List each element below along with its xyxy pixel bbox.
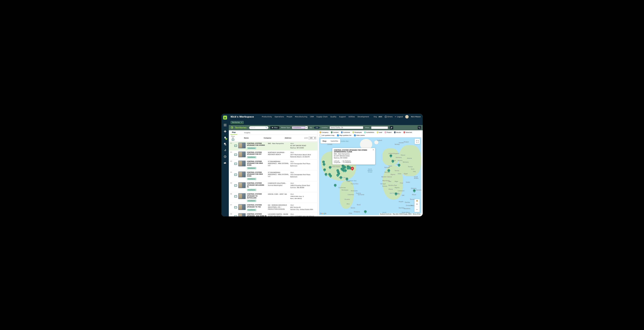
bell-icon[interactable]: 2 [224,136,227,139]
row-number: 63 [230,161,233,162]
row-company: ST ENGINEERING AEROSPACE - MRA SYSTEMS, … [268,161,289,167]
run-icon[interactable] [224,149,227,152]
row-check[interactable]: ✓ [234,163,237,165]
tab-insights[interactable]: Insights [242,131,252,135]
show-all-toggle[interactable]: Show all✓ [230,136,236,141]
chat-icon[interactable] [224,142,227,146]
installation-badge: Installation [247,178,256,180]
col-company[interactable]: Company [264,137,285,139]
table-row[interactable]: 61 ✓ CONTROL SYSTEM UPGRADE FOR HYDROIns… [229,142,318,151]
marker-type-select[interactable]: Installation▾ [292,126,308,129]
search-input[interactable]: Search🔍 [249,126,268,129]
rows-container[interactable]: 61 ✓ CONTROL SYSTEM UPGRADE FOR HYDROIns… [229,142,318,216]
installation-badge: Installation [247,189,256,191]
map-pin[interactable]: 93 [334,183,337,187]
row-check[interactable]: ✓ [234,154,237,156]
row-title: CONTROL SYSTEM UPGRADE FOR HYDRO [247,143,267,146]
table-row[interactable]: 64 ✓ CONTROL SYSTEM UPGRADE FOR MRO OVEN… [229,170,318,181]
opt-list-updates[interactable]: List updates map [320,135,334,136]
nav-supply-chain[interactable]: Supply Chain [316,116,328,118]
row-check[interactable]: ✓ [234,215,237,216]
zoom-out-button[interactable]: − [414,207,420,212]
nav-support[interactable]: Support [339,116,346,118]
row-check[interactable]: ✓ [234,184,237,187]
satellite-btn[interactable]: Satellite [328,139,340,143]
user-name: Nick Mason [411,116,421,118]
tab-territories[interactable]: Territories✕ [231,121,244,124]
table-row[interactable]: 68 ✓ CONTROL SYSTEM UPGRADE, AGE-OVEN IN… [229,212,318,216]
svg-point-24 [404,132,404,132]
map-pin[interactable]: 29 [412,189,416,192]
col-address[interactable]: Address [285,137,304,139]
nav-utilities[interactable]: Utilities [348,116,355,118]
opt-hide-labels[interactable]: Hide Labels [354,135,365,136]
nav-quality[interactable]: Quality [330,116,336,118]
gear-icon[interactable] [230,126,233,129]
info-window: ✕ CONTROL SYSTEM UPGRADE FOR HYDRO (HYDR… [332,148,375,165]
qty-value[interactable]: 100 [314,126,320,129]
add-icon[interactable] [224,130,227,133]
row-title: CONTROL SYSTEM UPGRADE FOR M7 [247,152,267,155]
map[interactable]: Map Satellite Canada Hudson Bay United S… [319,137,422,215]
nav-manufacturing[interactable]: Manufacturing [295,116,307,118]
marker-type-label: Marker Type [281,127,290,128]
row-thumbnail [238,172,246,177]
row-number: 62 [230,152,233,153]
svg-rect-8 [226,126,226,126]
row-check[interactable]: ✓ [234,206,237,208]
fullscreen-icon[interactable] [415,139,420,144]
installation-badge: Installation [247,209,256,211]
map-pin[interactable]: 33 [364,210,367,213]
apps-icon[interactable] [224,124,227,127]
opt-map-updates[interactable]: Map updates list [337,135,352,136]
nav-productivity[interactable]: Productivity [262,116,272,118]
row-company: KAI - KOREAN AEROSPACE INDUSTRIES, LTD. … [268,204,289,210]
table-row[interactable]: 62 ✓ CONTROL SYSTEM UPGRADE FOR M7Instal… [229,150,318,160]
settings-button[interactable] [418,126,421,129]
nav-development[interactable]: Development [358,116,369,118]
logout-link[interactable]: ←Logout [395,116,403,118]
row-check[interactable]: ✓ [234,195,237,197]
close-icon[interactable]: ✕ [241,122,242,123]
table-row[interactable]: 63 ✓ CONTROL SYSTEM UPGRADE FOR MRO OVEN… [229,160,318,170]
svg-rect-0 [224,124,224,124]
table-row[interactable]: 65 ✓ CONTROL SYSTEM UPGRADE INCLUDING PC… [229,181,318,192]
nav-operations[interactable]: Operations [274,116,284,118]
row-check[interactable]: ✓ [234,174,237,176]
row-address: Main103 Chesapeake Park Plaza.Baltimore [290,172,316,178]
cloud-upload-icon[interactable] [224,161,227,165]
limit-select[interactable]: 100 [309,137,316,139]
row-company: BAE - New Hampshire [268,143,289,145]
filter-button[interactable]: ▼Filter [270,126,279,129]
table-row[interactable]: 67 ✓ CONTROL SYSTEM UPGRADE TO TECInstal… [229,203,318,212]
clock-icon[interactable] [224,155,227,158]
svg-rect-3 [224,125,224,125]
avatar[interactable] [405,115,409,119]
map-btn[interactable]: Map [320,139,329,143]
installation-badge: Installation [247,167,256,169]
svg-point-21 [377,132,378,132]
views-select[interactable] [371,126,388,129]
location-input[interactable]: Santa Clarita, CA [330,126,363,129]
row-address: Main14810 Puyallup Street EastSumner, WA… [290,182,316,189]
row-number: 68 [230,213,233,215]
row-check[interactable]: ✓ [234,145,237,147]
edit-view-button[interactable] [390,126,393,129]
row-thumbnail [238,152,246,157]
row-thumbnail [238,161,246,166]
row-title: CONTROL SYSTEM UPGRADE FOR MRO OVEN [247,161,267,166]
row-address: Main65 SPIT BROOK ROADNashua, NH 03060 [290,143,316,149]
col-name[interactable]: Name [244,137,264,139]
installation-badge: Installation [247,156,256,158]
table-row[interactable]: 66 ✓ CONTROL SYSTEM UPGRADE TO AUTOCLAVE… [229,192,318,203]
svg-point-15 [420,128,420,128]
row-thumbnail [238,143,246,148]
svg-rect-6 [224,126,224,126]
errors-link[interactable]: Errors [385,116,392,118]
nav-people[interactable]: People [286,116,292,118]
nav-crm[interactable]: CRM [310,116,314,118]
zoom-in-button[interactable]: + [414,202,420,207]
tab-map[interactable]: Map [230,130,237,135]
map-type-switch[interactable]: Map Satellite [320,139,340,143]
close-icon[interactable]: ✕ [372,149,374,151]
